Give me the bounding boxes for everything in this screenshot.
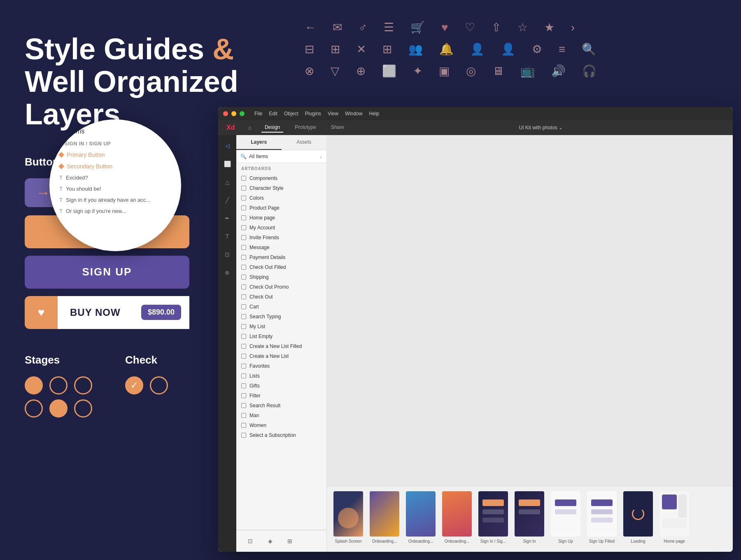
layer-item-home-page[interactable]: Home page — [236, 213, 326, 223]
panel-tab-assets[interactable]: Assets — [282, 135, 327, 150]
male-icon: ♂ — [359, 21, 367, 34]
diamond-icon-2 — [58, 163, 64, 169]
layer-item-list-empty[interactable]: List Empty — [236, 331, 326, 341]
menu-plugins[interactable]: Plugins — [305, 111, 321, 117]
stage-circle-6[interactable] — [74, 399, 92, 418]
layer-item-components[interactable]: Components — [236, 173, 326, 183]
layer-item-cart[interactable]: Cart — [236, 302, 326, 312]
layer-name-checkout-filled: Check Out Filled — [249, 264, 286, 270]
signup-button[interactable]: SIGN UP — [25, 256, 189, 289]
layer-item-create-list-filled[interactable]: Create a New List Filled — [236, 341, 326, 351]
menu-object[interactable]: Object — [284, 111, 298, 117]
layer-icon-checkout — [241, 294, 246, 299]
tool-pen[interactable]: ✒ — [221, 212, 233, 224]
tool-select[interactable]: ◁ — [221, 140, 233, 152]
layer-item-man[interactable]: Man — [236, 411, 326, 420]
layer-item-invite-friends[interactable]: Invite Friends — [236, 233, 326, 243]
tab-share[interactable]: Share — [328, 123, 347, 133]
thumb-onboard-1[interactable]: Onboarding... — [370, 491, 399, 544]
layer-name-gifts: Gifts — [249, 383, 260, 389]
panel-icon-plugins[interactable]: ⊞ — [281, 534, 299, 548]
panel-icon-layers[interactable]: ⊡ — [241, 534, 259, 548]
layer-icon-lists — [241, 373, 246, 378]
titlebar-maximize[interactable] — [240, 111, 245, 116]
menu-help[interactable]: Help — [369, 111, 380, 117]
panel-icon-assets[interactable]: ◈ — [261, 534, 279, 548]
thumb-img-onboard2 — [406, 491, 436, 537]
titlebar-close[interactable] — [223, 111, 228, 116]
layer-item-favorites[interactable]: Favorites — [236, 361, 326, 371]
thumb-signin-signup[interactable]: Sign In / Sig... — [478, 491, 508, 544]
layer-item-checkout-promo[interactable]: Check Out Promo — [236, 282, 326, 292]
home-icon[interactable]: ⌂ — [248, 124, 251, 131]
thumb-onboard-2[interactable]: Onboarding... — [406, 491, 436, 544]
layer-item-women[interactable]: Women — [236, 420, 326, 430]
stages-row-2 — [25, 399, 92, 418]
layer-item-character-style[interactable]: Character Style — [236, 183, 326, 193]
thumb-img-signup-filled — [587, 491, 617, 537]
xd-title-chevron: ⌄ — [559, 125, 563, 131]
cancel-icon: ⊗ — [305, 64, 314, 78]
layer-item-colors[interactable]: Colors — [236, 193, 326, 203]
menu-file[interactable]: File — [254, 111, 262, 117]
tool-artboard[interactable]: ⊡ — [221, 249, 233, 260]
filter-icon: ▽ — [331, 64, 340, 78]
layer-item-create-list[interactable]: Create a New List — [236, 351, 326, 361]
signup-label: SIGN UP — [82, 266, 132, 278]
menu-edit[interactable]: Edit — [269, 111, 277, 117]
thumb-signup-filled[interactable]: Sign Up Filled — [587, 491, 617, 544]
thumb-signin[interactable]: Sign In — [515, 491, 544, 544]
layer-icon-create-list-filled — [241, 344, 246, 349]
search-input[interactable] — [249, 154, 317, 159]
layer-icon-search-result — [241, 403, 246, 408]
stage-circle-2[interactable] — [49, 376, 68, 394]
stage-circle-3[interactable] — [74, 376, 92, 394]
tool-rectangle[interactable]: ⬜ — [221, 158, 233, 170]
layer-item-product-page[interactable]: Product Page — [236, 203, 326, 213]
layer-item-my-account[interactable]: My Account — [236, 223, 326, 233]
thumb-home-page[interactable]: Home page — [659, 491, 689, 544]
stage-circle-4[interactable] — [25, 399, 43, 418]
layer-item-shipping[interactable]: Shipping — [236, 272, 326, 282]
tool-zoom[interactable]: ⊕ — [221, 267, 233, 278]
thumb-signup[interactable]: Sign Up — [551, 491, 580, 544]
check-circle-checked[interactable]: ✓ — [125, 376, 143, 394]
stage-circle-5[interactable] — [49, 399, 68, 418]
thumb-splash-screen[interactable]: Splash Screen — [333, 491, 363, 544]
lines-icon: ≡ — [559, 43, 565, 56]
heart-button[interactable]: ♥ — [25, 296, 58, 329]
titlebar-minimize[interactable] — [231, 111, 236, 116]
tool-ellipse[interactable]: △ — [221, 176, 233, 188]
text-icon-6: T — [59, 208, 63, 214]
thumb-label-signin: Sign In — [523, 539, 536, 544]
layer-item-search-typing[interactable]: Search Typing — [236, 312, 326, 322]
layer-item-checkout[interactable]: Check Out — [236, 292, 326, 302]
layer-item-filter[interactable]: Filter — [236, 391, 326, 401]
thumb-onboard-3[interactable]: Onboarding... — [442, 491, 472, 544]
layer-item-my-list[interactable]: My List — [236, 322, 326, 331]
layer-item-lists[interactable]: Lists — [236, 371, 326, 381]
tab-design[interactable]: Design — [261, 123, 283, 133]
buy-now-button[interactable]: BUY NOW $890.00 — [58, 296, 189, 329]
tool-text[interactable]: T — [221, 231, 233, 242]
layer-item-payment-details[interactable]: Payment Details — [236, 252, 326, 262]
xd-toolbar: Xd ⌂ Design Prototype Share UI Kit with … — [218, 120, 733, 135]
layer-icon-home-page — [241, 215, 246, 220]
tab-prototype[interactable]: Prototype — [291, 123, 319, 133]
user2-icon: 👤 — [501, 42, 515, 56]
thumb-loading[interactable]: Loading — [623, 491, 653, 544]
stage-circle-1[interactable] — [25, 376, 43, 394]
layer-item-gifts[interactable]: Gifts — [236, 381, 326, 391]
menu-window[interactable]: Window — [345, 111, 363, 117]
layer-item-search-result[interactable]: Search Result — [236, 401, 326, 411]
menu-view[interactable]: View — [328, 111, 338, 117]
stages-label: Stages — [25, 354, 92, 366]
tool-line[interactable]: ╱ — [221, 194, 233, 206]
layer-item-message[interactable]: Message — [236, 243, 326, 252]
layer-item-checkout-filled[interactable]: Check Out Filled — [236, 262, 326, 272]
pattern-icon: ▣ — [439, 64, 450, 78]
layer-item-subscription[interactable]: Select a Subscription — [236, 430, 326, 440]
check-circle-unchecked[interactable] — [150, 376, 168, 394]
panel-tab-layers[interactable]: Layers — [236, 135, 282, 150]
layer-icon-list-empty — [241, 334, 246, 339]
